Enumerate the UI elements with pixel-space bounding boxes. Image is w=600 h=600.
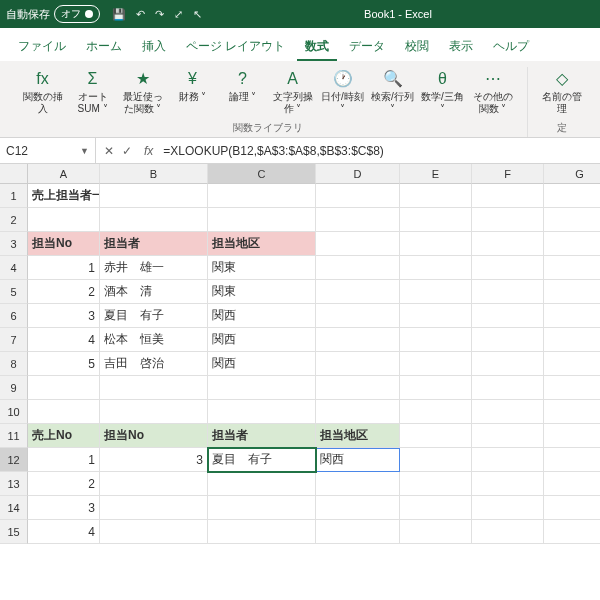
cell-F3[interactable]: [472, 232, 544, 256]
cell-E2[interactable]: [400, 208, 472, 232]
cell-G13[interactable]: [544, 472, 600, 496]
cell-D15[interactable]: [316, 520, 400, 544]
ribbon-item-2[interactable]: ★最近使った関数 ˅: [119, 67, 167, 117]
cell-E13[interactable]: [400, 472, 472, 496]
cell-E9[interactable]: [400, 376, 472, 400]
ribbon-item-5[interactable]: A文字列操作 ˅: [269, 67, 317, 117]
cell-D8[interactable]: [316, 352, 400, 376]
row-header-10[interactable]: 10: [0, 400, 28, 424]
ribbon-item-6[interactable]: 🕐日付/時刻 ˅: [319, 67, 367, 117]
cell-D5[interactable]: [316, 280, 400, 304]
cell-E7[interactable]: [400, 328, 472, 352]
tab-8[interactable]: ヘルプ: [485, 34, 537, 61]
cell-F8[interactable]: [472, 352, 544, 376]
cell-D3[interactable]: [316, 232, 400, 256]
formula-input[interactable]: =XLOOKUP(B12,$A$3:$A$8,$B$3:$C$8): [157, 142, 600, 160]
row-header-2[interactable]: 2: [0, 208, 28, 232]
cell-A7[interactable]: 4: [28, 328, 100, 352]
cell-C5[interactable]: 関東: [208, 280, 316, 304]
cell-G8[interactable]: [544, 352, 600, 376]
cell-A9[interactable]: [28, 376, 100, 400]
row-header-6[interactable]: 6: [0, 304, 28, 328]
cell-B1[interactable]: [100, 184, 208, 208]
cell-C4[interactable]: 関東: [208, 256, 316, 280]
cell-A1[interactable]: 売上担当者一覧: [28, 184, 100, 208]
col-header-B[interactable]: B: [100, 164, 208, 184]
cell-C13[interactable]: [208, 472, 316, 496]
col-header-G[interactable]: G: [544, 164, 600, 184]
fx-icon[interactable]: fx: [140, 144, 157, 158]
row-header-12[interactable]: 12: [0, 448, 28, 472]
cell-D4[interactable]: [316, 256, 400, 280]
cell-B2[interactable]: [100, 208, 208, 232]
cell-C8[interactable]: 関西: [208, 352, 316, 376]
col-header-C[interactable]: C: [208, 164, 316, 184]
cell-F7[interactable]: [472, 328, 544, 352]
row-header-5[interactable]: 5: [0, 280, 28, 304]
cell-E8[interactable]: [400, 352, 472, 376]
cell-F10[interactable]: [472, 400, 544, 424]
cell-D2[interactable]: [316, 208, 400, 232]
cell-E12[interactable]: [400, 448, 472, 472]
cell-C1[interactable]: [208, 184, 316, 208]
row-header-9[interactable]: 9: [0, 376, 28, 400]
autosave-toggle[interactable]: 自動保存 オフ: [6, 5, 100, 23]
col-header-F[interactable]: F: [472, 164, 544, 184]
ribbon-item-9[interactable]: ⋯その他の関数 ˅: [469, 67, 517, 117]
tab-2[interactable]: 挿入: [134, 34, 174, 61]
cell-D7[interactable]: [316, 328, 400, 352]
cell-G4[interactable]: [544, 256, 600, 280]
cell-A3[interactable]: 担当No: [28, 232, 100, 256]
cell-B13[interactable]: [100, 472, 208, 496]
cell-C3[interactable]: 担当地区: [208, 232, 316, 256]
cell-A11[interactable]: 売上No: [28, 424, 100, 448]
cell-A8[interactable]: 5: [28, 352, 100, 376]
cell-D14[interactable]: [316, 496, 400, 520]
cell-B3[interactable]: 担当者: [100, 232, 208, 256]
cell-C6[interactable]: 関西: [208, 304, 316, 328]
tab-3[interactable]: ページ レイアウト: [178, 34, 293, 61]
cell-F4[interactable]: [472, 256, 544, 280]
tab-0[interactable]: ファイル: [10, 34, 74, 61]
undo-icon[interactable]: ↶: [136, 8, 145, 21]
cell-E1[interactable]: [400, 184, 472, 208]
cell-C10[interactable]: [208, 400, 316, 424]
ribbon-item-7[interactable]: 🔍検索/行列 ˅: [369, 67, 417, 117]
cell-A4[interactable]: 1: [28, 256, 100, 280]
cell-F6[interactable]: [472, 304, 544, 328]
col-header-D[interactable]: D: [316, 164, 400, 184]
row-header-15[interactable]: 15: [0, 520, 28, 544]
ribbon-item-0[interactable]: fx関数の挿入: [19, 67, 67, 117]
cell-B12[interactable]: 3: [100, 448, 208, 472]
row-header-11[interactable]: 11: [0, 424, 28, 448]
ribbon-item-0[interactable]: ◇名前の管理: [538, 67, 586, 117]
cell-A6[interactable]: 3: [28, 304, 100, 328]
cell-B7[interactable]: 松本 恒美: [100, 328, 208, 352]
cell-E5[interactable]: [400, 280, 472, 304]
cell-G3[interactable]: [544, 232, 600, 256]
name-box[interactable]: C12▼: [0, 138, 96, 163]
cell-A15[interactable]: 4: [28, 520, 100, 544]
cell-E4[interactable]: [400, 256, 472, 280]
cell-G12[interactable]: [544, 448, 600, 472]
ribbon-item-3[interactable]: ¥財務 ˅: [169, 67, 217, 117]
tab-5[interactable]: データ: [341, 34, 393, 61]
row-header-7[interactable]: 7: [0, 328, 28, 352]
cell-F12[interactable]: [472, 448, 544, 472]
cell-C11[interactable]: 担当者: [208, 424, 316, 448]
cell-B15[interactable]: [100, 520, 208, 544]
cell-F11[interactable]: [472, 424, 544, 448]
cell-C15[interactable]: [208, 520, 316, 544]
cell-C9[interactable]: [208, 376, 316, 400]
tab-1[interactable]: ホーム: [78, 34, 130, 61]
ribbon-item-1[interactable]: Σオート SUM ˅: [69, 67, 117, 117]
cell-D12[interactable]: 関西: [316, 448, 400, 472]
cell-D1[interactable]: [316, 184, 400, 208]
row-header-3[interactable]: 3: [0, 232, 28, 256]
cell-A14[interactable]: 3: [28, 496, 100, 520]
cell-C2[interactable]: [208, 208, 316, 232]
row-header-13[interactable]: 13: [0, 472, 28, 496]
cell-B8[interactable]: 吉田 啓治: [100, 352, 208, 376]
cell-F9[interactable]: [472, 376, 544, 400]
cell-E3[interactable]: [400, 232, 472, 256]
